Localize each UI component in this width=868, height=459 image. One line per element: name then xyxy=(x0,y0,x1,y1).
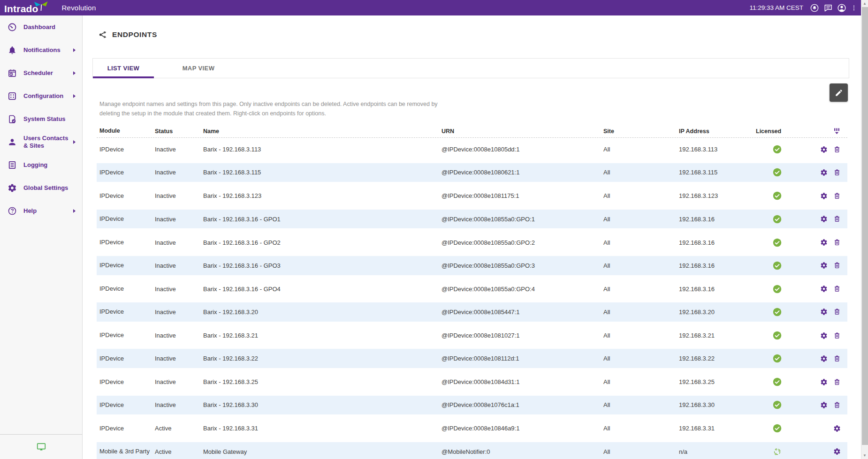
cell-licensed xyxy=(756,400,798,409)
cell-actions xyxy=(798,169,847,176)
table-row[interactable]: IPDevice Active Barix - 192.168.3.31 @IP… xyxy=(97,417,847,440)
table-row[interactable]: IPDevice Inactive Barix - 192.168.3.16 -… xyxy=(97,254,847,278)
cell-status: Inactive xyxy=(155,309,203,316)
cell-urn: @IPDevice:0008e1076c1a:1 xyxy=(442,401,603,408)
table-row[interactable]: IPDevice Inactive Barix - 192.168.3.115 … xyxy=(97,161,847,185)
sidebar-item-label: Configuration xyxy=(23,92,73,100)
endpoint-settings-gear-icon[interactable] xyxy=(820,308,828,316)
cell-status: Inactive xyxy=(155,192,203,199)
sidebar-item-icon xyxy=(8,23,17,32)
sidebar-item-configuration[interactable]: Configuration xyxy=(0,84,82,107)
sidebar-item-label: Scheduler xyxy=(23,69,73,77)
cell-module: IPDevice xyxy=(97,169,155,176)
table-row[interactable]: IPDevice Inactive Barix - 192.168.3.16 -… xyxy=(97,231,847,254)
cell-site: All xyxy=(603,262,679,269)
sidebar-item-label: Global Settings xyxy=(23,184,73,192)
table-row[interactable]: IPDevice Inactive Barix - 192.168.3.16 -… xyxy=(97,208,847,231)
sidebar-item-system-status[interactable]: System Status xyxy=(0,107,82,130)
sidebar-item-scheduler[interactable]: Scheduler xyxy=(0,61,82,84)
endpoint-settings-gear-icon[interactable] xyxy=(820,169,828,176)
dragonfly-icon xyxy=(34,1,48,11)
licensed-check-icon xyxy=(773,238,782,247)
scroll-down-arrow-icon[interactable]: ▼ xyxy=(861,452,868,459)
cell-ip: 192.168.3.16 xyxy=(679,286,756,293)
cell-name: Barix - 192.168.3.16 - GPO3 xyxy=(203,262,442,269)
overflow-menu-icon[interactable] xyxy=(851,3,857,13)
sidebar-item-logging[interactable]: Logging xyxy=(0,153,82,176)
table-row[interactable]: Mobile & 3rd Party Active Mobile Gateway… xyxy=(97,440,847,459)
cell-module: Mobile & 3rd Party xyxy=(97,448,155,455)
endpoint-settings-gear-icon[interactable] xyxy=(820,285,828,293)
endpoint-settings-gear-icon[interactable] xyxy=(820,215,828,223)
delete-endpoint-trash-icon[interactable] xyxy=(833,239,841,246)
endpoint-settings-gear-icon[interactable] xyxy=(820,355,828,362)
tab-map-view[interactable]: MAP VIEW xyxy=(168,59,229,78)
cell-module: IPDevice xyxy=(97,378,155,386)
cell-status: Inactive xyxy=(155,401,203,408)
endpoint-settings-gear-icon[interactable] xyxy=(820,146,828,153)
endpoint-settings-gear-icon[interactable] xyxy=(820,192,828,200)
column-filter-icon[interactable] xyxy=(833,127,841,135)
endpoints-table: Module Status Name URN Site IP Address L… xyxy=(97,125,847,459)
delete-endpoint-trash-icon[interactable] xyxy=(833,355,841,362)
cell-site: All xyxy=(603,448,679,455)
delete-endpoint-trash-icon[interactable] xyxy=(833,192,841,200)
endpoint-settings-gear-icon[interactable] xyxy=(820,239,828,246)
table-row[interactable]: IPDevice Inactive Barix - 192.168.3.113 … xyxy=(97,138,847,161)
cell-site: All xyxy=(603,355,679,362)
endpoint-settings-gear-icon[interactable] xyxy=(820,401,828,409)
licensed-check-icon xyxy=(773,400,782,409)
delete-endpoint-trash-icon[interactable] xyxy=(833,169,841,176)
sidebar-item-dashboard[interactable]: Dashboard xyxy=(0,15,82,38)
cell-status: Inactive xyxy=(155,332,203,339)
endpoint-settings-gear-icon[interactable] xyxy=(820,332,828,339)
endpoint-settings-gear-icon[interactable] xyxy=(833,448,841,455)
delete-endpoint-trash-icon[interactable] xyxy=(833,262,841,269)
cell-status: Inactive xyxy=(155,239,203,246)
delete-endpoint-trash-icon[interactable] xyxy=(833,146,841,153)
table-row[interactable]: IPDevice Inactive Barix - 192.168.3.21 @… xyxy=(97,324,847,347)
endpoint-settings-gear-icon[interactable] xyxy=(820,378,828,386)
cell-urn: @IPDevice:0008e1084d31:1 xyxy=(442,378,603,385)
delete-endpoint-trash-icon[interactable] xyxy=(833,332,841,339)
table-row[interactable]: IPDevice Inactive Barix - 192.168.3.16 -… xyxy=(97,278,847,301)
delete-endpoint-trash-icon[interactable] xyxy=(833,378,841,386)
table-row[interactable]: IPDevice Inactive Barix - 192.168.3.30 @… xyxy=(97,394,847,417)
table-row[interactable]: IPDevice Inactive Barix - 192.168.3.22 @… xyxy=(97,347,847,370)
chevron-right-icon xyxy=(73,140,76,144)
vertical-scrollbar[interactable]: ▲ ▼ xyxy=(861,0,868,459)
licensed-check-icon xyxy=(773,354,782,363)
scrollbar-thumb[interactable] xyxy=(862,7,868,445)
cell-urn: @IPDevice:0008e1085447:1 xyxy=(442,309,603,316)
cell-name: Mobile Gateway xyxy=(203,448,442,455)
table-row[interactable]: IPDevice Inactive Barix - 192.168.3.25 @… xyxy=(97,370,847,394)
table-row[interactable]: IPDevice Inactive Barix - 192.168.3.123 … xyxy=(97,184,847,208)
tab-list-view[interactable]: LIST VIEW xyxy=(93,59,154,78)
delete-endpoint-trash-icon[interactable] xyxy=(833,401,841,409)
edit-button[interactable] xyxy=(830,83,848,102)
cell-actions xyxy=(798,378,847,386)
sidebar-item-help[interactable]: Help xyxy=(0,199,82,222)
sidebar-item-users-contacts-sites[interactable]: Users Contacts & Sites xyxy=(0,130,82,153)
table-row[interactable]: IPDevice Inactive Barix - 192.168.3.20 @… xyxy=(97,301,847,324)
scroll-up-arrow-icon[interactable]: ▲ xyxy=(861,0,868,7)
endpoint-settings-gear-icon[interactable] xyxy=(820,262,828,269)
cell-licensed xyxy=(756,447,798,456)
endpoint-settings-gear-icon[interactable] xyxy=(833,425,841,432)
chevron-right-icon xyxy=(73,48,76,52)
sidebar-item-icon xyxy=(8,114,17,124)
alarm-icon[interactable] xyxy=(810,3,819,13)
cell-name: Barix - 192.168.3.31 xyxy=(203,425,442,432)
cell-actions xyxy=(798,192,847,200)
chat-icon[interactable] xyxy=(823,3,833,13)
licensed-check-icon xyxy=(773,191,782,200)
delete-endpoint-trash-icon[interactable] xyxy=(833,308,841,316)
cell-site: All xyxy=(603,425,679,432)
delete-endpoint-trash-icon[interactable] xyxy=(833,215,841,223)
sidebar-item-global-settings[interactable]: Global Settings xyxy=(0,176,82,199)
sidebar-item-notifications[interactable]: Notifications xyxy=(0,38,82,61)
cell-module: IPDevice xyxy=(97,239,155,246)
cell-module: IPDevice xyxy=(97,308,155,316)
delete-endpoint-trash-icon[interactable] xyxy=(833,285,841,293)
account-icon[interactable] xyxy=(837,3,846,13)
